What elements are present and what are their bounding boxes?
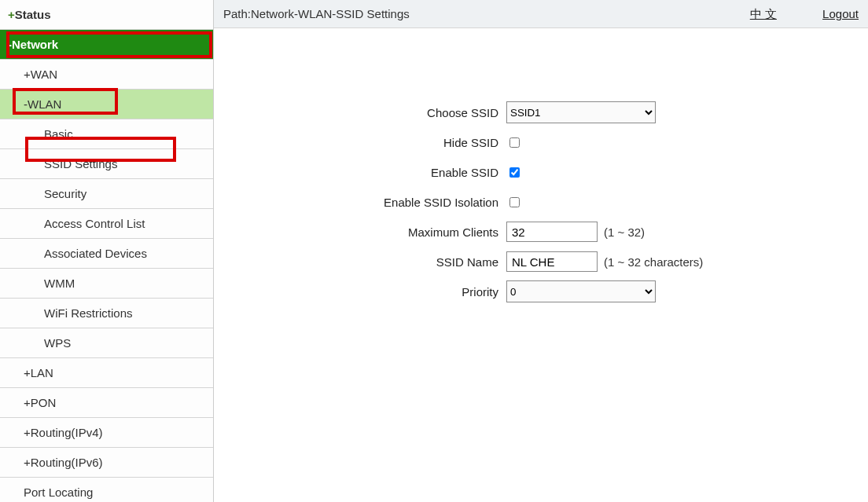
menu-routing-ipv4[interactable]: +Routing(IPv4) (0, 418, 213, 448)
menu-wlan[interactable]: -WLAN (0, 90, 213, 119)
checkbox-enable-ssid[interactable] (509, 167, 520, 178)
expand-icon: + (24, 68, 31, 81)
label-ssid-name: SSID Name (214, 255, 506, 269)
hint-ssid-name: (1 ~ 32 characters) (604, 255, 703, 269)
menu-label: LAN (31, 366, 53, 379)
menu-wan[interactable]: +WAN (0, 60, 213, 90)
expand-icon: + (24, 456, 31, 469)
ssid-settings-form: Choose SSID SSID1 Hide SSID Enable SSID … (214, 28, 868, 306)
menu-label: WiFi Restrictions (44, 306, 133, 320)
menu-label: Routing(IPv6) (31, 456, 103, 469)
menu-port-locating[interactable]: Port Locating (0, 478, 213, 502)
menu-label: Routing(IPv4) (31, 426, 103, 439)
input-ssid-name[interactable] (506, 251, 598, 272)
menu-label: Security (44, 187, 86, 200)
label-enable-ssid: Enable SSID (214, 166, 506, 179)
topbar: Path:Network-WLAN-SSID Settings 中 文 Logo… (214, 0, 868, 28)
label-choose-ssid: Choose SSID (214, 106, 506, 119)
menu-wlan-wifi-restrictions[interactable]: WiFi Restrictions (0, 299, 213, 328)
content-area: Path:Network-WLAN-SSID Settings 中 文 Logo… (214, 0, 868, 502)
menu-wlan-wmm[interactable]: WMM (0, 269, 213, 299)
label-hide-ssid: Hide SSID (214, 136, 506, 149)
expand-icon: + (24, 366, 31, 379)
label-ssid-isolation: Enable SSID Isolation (214, 196, 506, 209)
hint-max-clients: (1 ~ 32) (604, 225, 645, 239)
menu-routing-ipv6[interactable]: +Routing(IPv6) (0, 448, 213, 478)
menu-wlan-wps[interactable]: WPS (0, 328, 213, 358)
sidebar: +Status -Network +WAN -WLAN Basic SSID S… (0, 0, 214, 502)
menu-label: SSID Settings (44, 157, 117, 170)
menu-network[interactable]: -Network (0, 30, 213, 60)
breadcrumb: Path:Network-WLAN-SSID Settings (223, 0, 410, 27)
expand-icon: + (24, 426, 31, 439)
menu-status[interactable]: +Status (0, 0, 213, 30)
menu-label: Port Locating (24, 486, 93, 499)
menu-label: WMM (44, 277, 75, 290)
expand-icon: + (24, 396, 31, 409)
expand-icon: + (8, 8, 15, 21)
menu-label: Network (12, 38, 58, 51)
menu-wlan-acl[interactable]: Access Control List (0, 209, 213, 239)
checkbox-ssid-isolation[interactable] (509, 197, 520, 207)
menu-label: WLAN (28, 97, 61, 111)
select-choose-ssid[interactable]: SSID1 (506, 101, 656, 123)
select-priority[interactable]: 0 (506, 280, 656, 302)
menu-wlan-security[interactable]: Security (0, 179, 213, 209)
menu-label: WAN (31, 68, 57, 81)
menu-lan[interactable]: +LAN (0, 358, 213, 388)
link-logout[interactable]: Logout (822, 7, 859, 20)
menu-label: Associated Devices (44, 247, 147, 260)
menu-wlan-ssid-settings[interactable]: SSID Settings (0, 149, 213, 179)
topbar-links: 中 文 Logout (708, 0, 859, 27)
link-language[interactable]: 中 文 (750, 7, 777, 20)
menu-label: Status (15, 8, 51, 21)
menu-label: PON (31, 396, 57, 409)
label-max-clients: Maximum Clients (214, 225, 506, 239)
input-max-clients[interactable] (506, 222, 598, 242)
menu-pon[interactable]: +PON (0, 388, 213, 418)
menu-label: WPS (44, 336, 71, 350)
menu-label: Basic (44, 127, 73, 141)
label-priority: Priority (214, 285, 506, 299)
checkbox-hide-ssid[interactable] (509, 137, 520, 148)
menu-label: Access Control List (44, 217, 145, 230)
menu-wlan-basic[interactable]: Basic (0, 119, 213, 149)
menu-wlan-assoc-devices[interactable]: Associated Devices (0, 239, 213, 269)
